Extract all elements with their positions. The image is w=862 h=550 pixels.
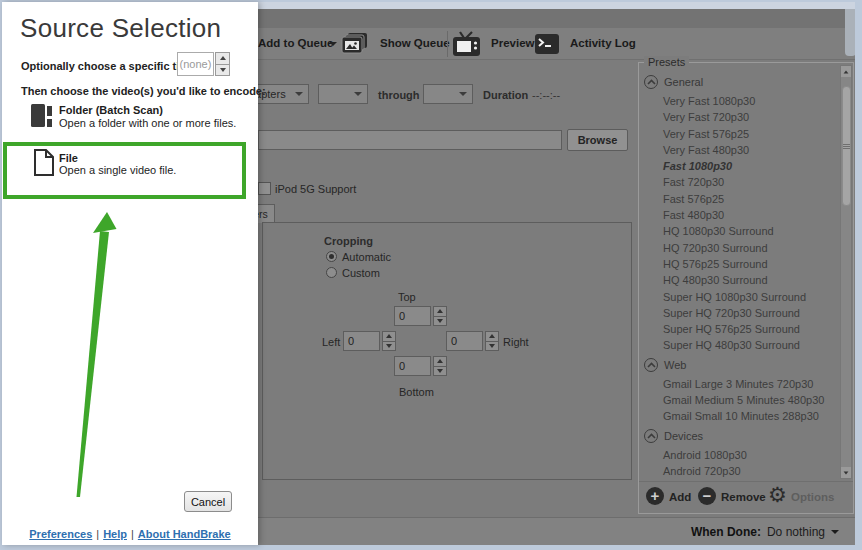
- range-start-dropdown[interactable]: [318, 84, 368, 104]
- help-link[interactable]: Help: [103, 528, 127, 540]
- step-up-icon[interactable]: [433, 356, 447, 367]
- remove-preset-icon[interactable]: −: [698, 487, 716, 505]
- when-done-dropdown[interactable]: Do nothing: [767, 525, 825, 539]
- presets-toolbar-separator: [639, 481, 853, 482]
- dialog-footer: Preferences|Help|About HandBrake: [2, 528, 258, 540]
- preset-item[interactable]: HQ 480p30 Surround: [641, 272, 839, 288]
- crop-left-stepper[interactable]: 0: [343, 331, 396, 351]
- scrollbar-thumb[interactable]: [842, 86, 851, 206]
- preset-item[interactable]: Very Fast 1080p30: [641, 93, 839, 109]
- preset-item[interactable]: Gmail Small 10 Minutes 288p30: [641, 408, 839, 424]
- crop-right-label: Right: [503, 336, 529, 348]
- link-separator: |: [131, 528, 134, 540]
- step-up-icon[interactable]: [485, 331, 499, 342]
- add-to-queue-dropdown-icon[interactable]: [329, 42, 337, 46]
- file-option[interactable]: File Open a single video file.: [2, 148, 242, 188]
- cropping-custom-radio[interactable]: [326, 267, 337, 278]
- ipod-5g-checkbox[interactable]: [258, 182, 271, 195]
- step-up-icon[interactable]: [433, 306, 447, 317]
- ipod-5g-label: iPod 5G Support: [275, 183, 356, 195]
- tab-panel: Cropping Automatic Custom Top 0 Left 0 0…: [262, 222, 632, 480]
- activity-log-icon[interactable]: [534, 33, 560, 55]
- step-up-icon[interactable]: [215, 52, 230, 65]
- crop-bottom-stepper[interactable]: 0: [394, 356, 447, 376]
- cancel-button[interactable]: Cancel: [184, 491, 232, 512]
- title-selector-stepper[interactable]: (none): [177, 52, 230, 76]
- window-scroll-edge: [845, 9, 855, 56]
- through-label: through: [378, 89, 420, 101]
- add-to-queue-button[interactable]: Add to Queue: [258, 37, 333, 49]
- folder-batch-scan-option[interactable]: Folder (Batch Scan) Open a folder with o…: [2, 100, 252, 138]
- presets-panel-label: Presets: [644, 56, 689, 68]
- crop-bottom-label: Bottom: [399, 386, 434, 398]
- preset-item[interactable]: Fast 480p30: [641, 207, 839, 223]
- folder-icon: [30, 102, 54, 130]
- when-done-label: When Done:: [691, 525, 761, 539]
- preset-item[interactable]: Fast 576p25: [641, 191, 839, 207]
- link-separator: |: [96, 528, 99, 540]
- preset-group-general[interactable]: General: [641, 71, 839, 93]
- presets-list: General Very Fast 1080p30 Very Fast 720p…: [641, 71, 839, 481]
- preset-item[interactable]: HQ 1080p30 Surround: [641, 223, 839, 239]
- show-queue-button[interactable]: Show Queue: [380, 37, 450, 49]
- preset-item[interactable]: Android 720p30: [641, 463, 839, 479]
- crop-right-stepper[interactable]: 0: [446, 331, 499, 351]
- crop-top-stepper[interactable]: 0: [394, 306, 447, 326]
- step-down-icon[interactable]: [485, 342, 499, 352]
- preferences-link[interactable]: Preferences: [29, 528, 92, 540]
- preset-item[interactable]: Super HQ 576p25 Surround: [641, 321, 839, 337]
- preset-item-selected[interactable]: Fast 1080p30: [641, 158, 839, 174]
- preview-button[interactable]: Preview: [491, 37, 534, 49]
- step-down-icon[interactable]: [215, 65, 230, 77]
- toolbar-separator: [447, 31, 448, 57]
- preset-item[interactable]: HQ 720p30 Surround: [641, 240, 839, 256]
- preset-group-devices[interactable]: Devices: [641, 425, 839, 447]
- preset-item[interactable]: Super HQ 480p30 Surround: [641, 337, 839, 353]
- cropping-custom-label: Custom: [342, 267, 380, 279]
- collapse-chevron-icon: [644, 75, 658, 89]
- chevron-down-icon[interactable]: [831, 530, 839, 534]
- step-down-icon[interactable]: [433, 367, 447, 377]
- source-path-input[interactable]: [258, 130, 562, 150]
- preset-options-gear-icon[interactable]: ⚙: [768, 485, 787, 505]
- collapse-chevron-icon: [644, 429, 658, 443]
- preset-item[interactable]: Very Fast 720p30: [641, 109, 839, 125]
- step-down-icon[interactable]: [382, 342, 396, 352]
- scroll-up-icon[interactable]: [841, 66, 851, 77]
- scroll-down-icon[interactable]: [841, 467, 851, 478]
- chevron-down-icon: [295, 92, 303, 96]
- crop-top-label: Top: [398, 291, 416, 303]
- preset-item[interactable]: Very Fast 480p30: [641, 142, 839, 158]
- show-queue-icon[interactable]: [341, 32, 369, 56]
- preset-item[interactable]: Gmail Large 3 Minutes 720p30: [641, 376, 839, 392]
- activity-log-button[interactable]: Activity Log: [570, 37, 636, 49]
- crop-left-label: Left: [322, 336, 340, 348]
- preset-item[interactable]: Android 1080p30: [641, 447, 839, 463]
- dialog-title: Source Selection: [20, 13, 221, 44]
- cropping-title: Cropping: [324, 235, 373, 247]
- preset-item[interactable]: Super HQ 1080p30 Surround: [641, 289, 839, 305]
- range-end-dropdown[interactable]: [423, 84, 473, 104]
- preview-icon[interactable]: [452, 31, 482, 57]
- step-down-icon[interactable]: [433, 317, 447, 327]
- step-up-icon[interactable]: [382, 331, 396, 342]
- presets-panel: Presets General Very Fast 1080p30 Very F…: [638, 62, 854, 514]
- preset-item[interactable]: Very Fast 576p25: [641, 126, 839, 142]
- about-handbrake-link[interactable]: About HandBrake: [138, 528, 231, 540]
- duration-value: --:--:--: [532, 89, 560, 101]
- presets-scrollbar[interactable]: [840, 65, 852, 479]
- preset-item[interactable]: Fast 720p30: [641, 174, 839, 190]
- preset-item[interactable]: Gmail Medium 5 Minutes 480p30: [641, 392, 839, 408]
- add-preset-icon[interactable]: +: [646, 487, 664, 505]
- cropping-automatic-radio[interactable]: [326, 251, 337, 262]
- browse-button[interactable]: Browse: [567, 129, 628, 151]
- preset-group-web[interactable]: Web: [641, 354, 839, 376]
- collapse-chevron-icon: [644, 358, 658, 372]
- remove-preset-button[interactable]: Remove: [721, 491, 766, 503]
- chevron-down-icon: [354, 92, 362, 96]
- source-selection-dialog: Source Selection Optionally choose a spe…: [2, 2, 258, 545]
- add-preset-button[interactable]: Add: [669, 491, 691, 503]
- preset-item[interactable]: Super HQ 720p30 Surround: [641, 305, 839, 321]
- preset-options-button[interactable]: Options: [791, 491, 834, 503]
- preset-item[interactable]: HQ 576p25 Surround: [641, 256, 839, 272]
